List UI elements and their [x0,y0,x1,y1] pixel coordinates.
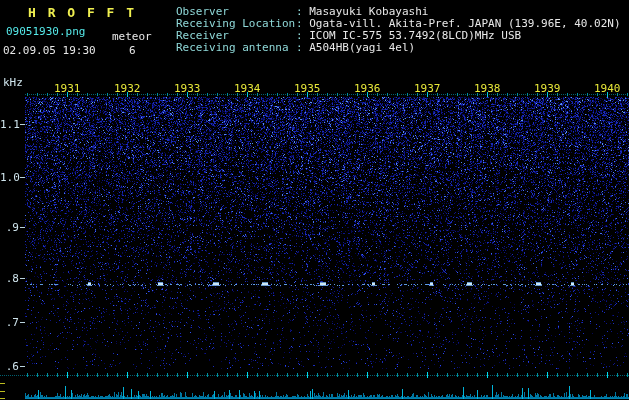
app-title: H R O F F T [28,5,136,20]
meteor-count: 6 [129,44,136,57]
output-filename: 09051930.png [6,25,85,38]
station-info-label: Receiving antenna [176,42,296,54]
hrofft-screen: H R O F F T 09051930.png meteor 02.09.05… [0,0,629,400]
station-info-colon: : [296,41,309,54]
datetime-label: 02.09.05 19:30 [3,44,96,57]
station-info-row: Receiving antenna: A504HB(yagi 4el) [176,42,621,54]
station-info-value: A504HB(yagi 4el) [309,41,415,54]
station-info: Observer: Masayuki KobayashiReceiving Lo… [176,6,621,54]
spectrogram-canvas [0,0,629,400]
mode-label: meteor [112,30,152,43]
y-axis-unit: kHz [3,76,23,89]
